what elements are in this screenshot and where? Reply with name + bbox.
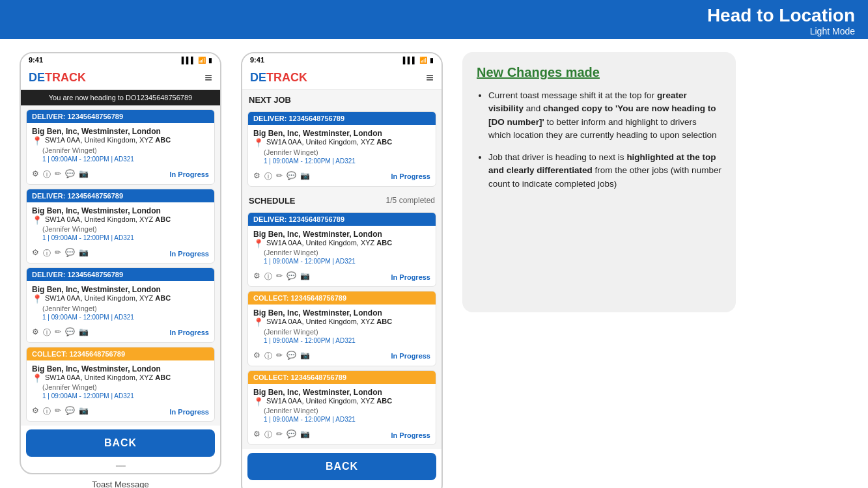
job-card[interactable]: COLLECT: 12345648756789Big Ben, Inc, Wes… [247, 291, 436, 366]
info-icon[interactable]: ⓘ [43, 406, 51, 417]
job-contact: (Jennifer Winget) [32, 225, 209, 233]
job-meta: 1 | 09:00AM - 12:00PM | AD321 [32, 234, 209, 241]
chat-icon[interactable]: 💬 [65, 327, 75, 338]
job-meta: 1 | 09:00AM - 12:00PM | AD321 [253, 157, 430, 165]
chat-icon[interactable]: 💬 [287, 171, 296, 182]
chat-icon[interactable]: 💬 [65, 406, 75, 417]
job-address: 📍SW1A 0AA, United Kingdom, XYZ ABC [32, 373, 209, 384]
photo-icon[interactable]: 📷 [300, 429, 310, 441]
job-card-body: Big Ben, Inc, Westminster, London📍SW1A 0… [248, 226, 436, 269]
phone1-logo: DETRACK [29, 71, 86, 85]
chat-icon[interactable]: 💬 [287, 429, 296, 441]
note-bullet-1: Job that driver is heading to next is hi… [488, 151, 721, 191]
settings-icon[interactable]: ⚙ [32, 327, 39, 338]
job-action-icons: ⚙ⓘ✏💬📷 [253, 171, 310, 182]
phone1-back-button[interactable]: BACK [26, 429, 215, 457]
job-meta: 1 | 09:00AM - 12:00PM | AD321 [253, 337, 430, 344]
header-title: Head to Location [707, 5, 855, 26]
job-status: In Progress [391, 273, 430, 281]
info-icon[interactable]: ⓘ [264, 171, 272, 182]
chat-icon[interactable]: 💬 [65, 169, 75, 180]
job-contact: (Jennifer Winget) [32, 383, 209, 391]
photo-icon[interactable]: 📷 [79, 406, 89, 417]
phone1-home-indicator: ━━━ [21, 461, 220, 473]
settings-icon[interactable]: ⚙ [32, 248, 39, 259]
info-icon[interactable]: ⓘ [264, 429, 272, 441]
edit-icon[interactable]: ✏ [55, 406, 61, 417]
photo-icon[interactable]: 📷 [300, 271, 310, 282]
edit-icon[interactable]: ✏ [276, 351, 283, 362]
chat-icon[interactable]: 💬 [287, 351, 296, 362]
main-content: 9:41 ▌▌▌ 📶 ▮ DETRACK ≡ You are no [0, 39, 868, 488]
job-meta: 1 | 09:00AM - 12:00PM | AD321 [253, 258, 430, 265]
location-dot-icon: 📍 [32, 373, 42, 384]
location-dot-icon: 📍 [32, 294, 42, 305]
job-address-text: SW1A 0AA, United Kingdom, XYZ ABC [266, 397, 392, 405]
job-card[interactable]: DELIVER: 12345648756789Big Ben, Inc, Wes… [247, 212, 436, 288]
edit-icon[interactable]: ✏ [55, 327, 61, 338]
photo-icon[interactable]: 📷 [79, 248, 89, 259]
phone2-home-indicator: ━━━ [242, 484, 441, 488]
phone1-status-bar: 9:41 ▌▌▌ 📶 ▮ [21, 53, 220, 66]
edit-icon[interactable]: ✏ [55, 248, 61, 259]
settings-icon[interactable]: ⚙ [253, 429, 260, 441]
job-contact: (Jennifer Winget) [253, 407, 430, 414]
job-address: 📍SW1A 0AA, United Kingdom, XYZ ABC [253, 318, 430, 328]
edit-icon[interactable]: ✏ [276, 171, 283, 182]
phone2-col: 9:41 ▌▌▌ 📶 ▮ DETRACK ≡ NEXT JOBDELIVER: … [241, 52, 443, 488]
chat-icon[interactable]: 💬 [65, 248, 75, 259]
phone2-nav-bar: DETRACK ≡ [242, 66, 441, 90]
job-card[interactable]: COLLECT: 12345648756789Big Ben, Inc, Wes… [26, 347, 215, 422]
job-card-header: COLLECT: 12345648756789 [248, 291, 436, 305]
chat-icon[interactable]: 💬 [287, 271, 296, 282]
job-status: In Progress [169, 170, 209, 178]
phone1-caption: Toast Message [20, 480, 221, 488]
job-card[interactable]: DELIVER: 12345648756789Big Ben, Inc, Wes… [26, 267, 215, 343]
job-card-header: COLLECT: 12345648756789 [27, 347, 214, 360]
settings-icon[interactable]: ⚙ [32, 169, 39, 180]
job-card[interactable]: DELIVER: 12345648756789Big Ben, Inc, Wes… [26, 109, 215, 185]
job-address-text: SW1A 0AA, United Kingdom, XYZ ABC [45, 215, 171, 223]
job-card[interactable]: DELIVER: 12345648756789Big Ben, Inc, Wes… [26, 189, 215, 264]
edit-icon[interactable]: ✏ [276, 271, 283, 282]
settings-icon[interactable]: ⚙ [253, 351, 260, 362]
phones-row: 9:41 ▌▌▌ 📶 ▮ DETRACK ≡ You are no [20, 52, 443, 488]
location-dot-icon: 📍 [32, 136, 42, 146]
phone2-menu-icon[interactable]: ≡ [426, 70, 434, 85]
next-job-section-header: NEXT JOB [242, 90, 441, 107]
job-company: Big Ben, Inc, Westminster, London [32, 364, 209, 373]
job-action-icons: ⚙ⓘ✏💬📷 [32, 248, 89, 259]
job-address-text: SW1A 0AA, United Kingdom, XYZ ABC [266, 138, 392, 146]
job-meta: 1 | 09:00AM - 12:00PM | AD321 [32, 392, 209, 400]
header-bar: Head to Location Light Mode [0, 0, 868, 39]
info-icon[interactable]: ⓘ [264, 271, 272, 282]
job-address: 📍SW1A 0AA, United Kingdom, XYZ ABC [253, 397, 430, 407]
job-contact: (Jennifer Winget) [253, 249, 430, 256]
location-dot-icon: 📍 [253, 138, 264, 148]
photo-icon[interactable]: 📷 [79, 169, 89, 180]
info-icon[interactable]: ⓘ [264, 351, 272, 362]
info-icon[interactable]: ⓘ [43, 248, 51, 259]
notes-panel: New Changes made Current toast message s… [462, 52, 736, 312]
schedule-count: 1/5 completed [386, 196, 435, 205]
photo-icon[interactable]: 📷 [300, 351, 310, 362]
job-status: In Progress [391, 431, 430, 439]
settings-icon[interactable]: ⚙ [253, 271, 260, 282]
info-icon[interactable]: ⓘ [43, 169, 51, 180]
settings-icon[interactable]: ⚙ [32, 406, 39, 417]
phone2-back-button[interactable]: BACK [247, 453, 436, 480]
photo-icon[interactable]: 📷 [300, 171, 310, 182]
info-icon[interactable]: ⓘ [43, 327, 51, 338]
edit-icon[interactable]: ✏ [55, 169, 61, 180]
photo-icon[interactable]: 📷 [79, 327, 89, 338]
phone1-body: DELIVER: 12345648756789Big Ben, Inc, Wes… [21, 105, 220, 426]
phone1-mockup: 9:41 ▌▌▌ 📶 ▮ DETRACK ≡ You are no [20, 52, 221, 474]
phone1-nav-bar: DETRACK ≡ [21, 66, 220, 90]
job-address-text: SW1A 0AA, United Kingdom, XYZ ABC [266, 318, 392, 325]
job-card[interactable]: DELIVER: 12345648756789Big Ben, Inc, Wes… [247, 111, 436, 187]
phone1-menu-icon[interactable]: ≡ [204, 70, 212, 85]
job-card[interactable]: COLLECT: 12345648756789Big Ben, Inc, Wes… [247, 370, 436, 446]
job-contact: (Jennifer Winget) [32, 146, 209, 154]
edit-icon[interactable]: ✏ [276, 429, 283, 441]
settings-icon[interactable]: ⚙ [253, 171, 260, 182]
